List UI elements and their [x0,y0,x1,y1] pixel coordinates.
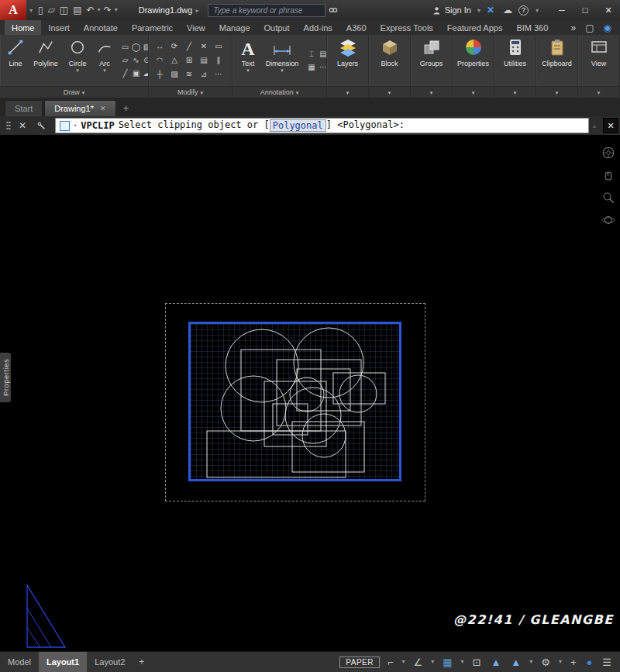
trim-tool-icon[interactable]: ╱ [182,40,196,53]
ribbon-button-text[interactable]: A Text ▾ [235,36,261,84]
ribbon-button-arc[interactable]: Arc ▾ [92,36,117,84]
copy-tool-icon[interactable]: ▭ [212,40,226,53]
erase-tool-icon[interactable]: ✕ [197,40,211,53]
layers-panel-footer[interactable]: ▾ [327,86,368,98]
draw-panel-footer[interactable]: Draw▾ [0,86,148,98]
more-modify-icon[interactable]: ⋯ [212,68,226,81]
annotation-scale-dropdown-icon[interactable]: ▾ [529,659,533,665]
point-tool-icon[interactable]: ⊙ [142,54,148,67]
annotation-autoscale-icon[interactable]: ▲ [508,657,523,667]
ribbon-tab-annotate[interactable]: Annotate [77,20,125,35]
dim-style-icon[interactable]: ⋯ [318,61,326,74]
layout-tab-layout1[interactable]: Layout1 [39,652,87,672]
annotation-panel-footer[interactable]: Annotation▾ [232,86,326,98]
command-line-grip[interactable] [6,121,11,130]
ribbon-tab-manage[interactable]: Manage [212,20,257,35]
undo-icon[interactable]: ↶ [84,5,97,15]
file-tab-start[interactable]: Start [5,100,43,116]
triangle-drawing[interactable] [27,585,65,647]
clipboard-panel-footer[interactable]: ▾ [536,86,577,98]
layout-tab-model[interactable]: Model [0,652,39,672]
viewport-circle[interactable] [226,329,298,402]
ribbon-tab-express-tools[interactable]: Express Tools [374,20,440,35]
command-suggestion-icon[interactable] [60,121,70,131]
object-snap-icon[interactable]: ▦ [440,657,454,667]
spline-tool-icon[interactable]: ∿ [131,54,141,67]
annotation-visibility-icon[interactable]: ▲ [488,657,503,667]
command-line-customize-icon[interactable] [34,121,49,131]
ribbon-button-polyline[interactable]: Polyline [29,36,63,84]
hatch-tool-icon[interactable]: ▨ [142,41,148,53]
table-icon[interactable]: ▤ [318,48,326,60]
properties-palette-tab[interactable]: Properties [0,353,11,402]
ribbon-button-properties[interactable]: Properties [455,36,491,84]
ribbon-button-circle[interactable]: Circle ▾ [63,36,92,84]
region-tool-icon[interactable]: ▣ [131,67,141,80]
app-menu-button[interactable]: A [0,0,26,20]
object-snap-tracking-icon[interactable]: ∠ [412,657,425,667]
lengthen-tool-icon[interactable]: ≋ [182,68,196,81]
sign-in-button[interactable]: Sign In ▾ [432,5,480,16]
ribbon-button-clipboard[interactable]: Clipboard [539,36,575,84]
pan-hand-icon[interactable] [600,167,617,184]
viewport-rectangle[interactable] [207,431,346,477]
navigation-wheel-icon[interactable] [600,144,617,161]
redo-dropdown-icon[interactable]: ▾ [114,7,119,13]
viewport-rectangle[interactable] [333,373,385,404]
ribbon-tab-a360[interactable]: A360 [339,20,374,35]
open-file-icon[interactable]: ▱ [46,5,57,15]
text-style-icon[interactable]: ▦ [306,61,317,74]
paper-space-toggle[interactable]: PAPER [339,656,380,668]
ribbon-display-icon[interactable]: ▢ [583,23,596,33]
command-input[interactable]: ▾ VPCLIP Select clipping object or [ Pol… [55,118,589,133]
ribbon-tab-output[interactable]: Output [257,20,297,35]
ribbon-tab-parametric[interactable]: Parametric [125,20,180,35]
save-icon[interactable]: ◫ [57,5,71,15]
isodraft-icon[interactable]: ⌐ [385,657,396,667]
ribbon-button-groups[interactable]: Groups [413,36,450,84]
ribbon-tab-featured-apps[interactable]: Featured Apps [440,20,510,35]
ribbon-tab-add-ins[interactable]: Add-ins [297,20,339,35]
title-dropdown-icon[interactable]: ▸ [195,7,198,14]
maximize-button[interactable]: □ [574,0,597,20]
object-snap-dropdown-icon[interactable]: ▾ [460,659,465,665]
fillet-tool-icon[interactable]: ◠ [153,54,167,67]
rectangle-tool-icon[interactable]: ▭ [120,41,130,53]
exchange-apps-icon[interactable]: ✕ [484,5,497,15]
block-panel-footer[interactable]: ▾ [369,86,410,98]
viewport-rectangle[interactable] [277,360,361,426]
properties-panel-footer[interactable]: ▾ [453,86,494,98]
ribbon-tab-home[interactable]: Home [5,20,41,35]
isolate-objects-icon[interactable]: ● [584,657,594,667]
isodraft-dropdown-icon[interactable]: ▾ [401,659,406,665]
scale-tool-icon[interactable]: ▨ [167,68,181,81]
viewport-circle[interactable] [302,414,346,457]
rotate-tool-icon[interactable]: ⟳ [167,40,181,53]
drawing-canvas[interactable]: Properties @22!41 / GLEANGBE [0,135,620,651]
ribbon-tab-view[interactable]: View [180,20,212,35]
ribbon-button-dimension[interactable]: Dimension ▾ [261,36,303,84]
polygon-tool-icon[interactable]: ▱ [120,54,130,67]
view-panel-footer[interactable]: ▾ [578,86,619,98]
ribbon-button-line[interactable]: Line [2,36,29,84]
signin-dropdown-icon[interactable]: ▾ [477,7,480,14]
zoom-icon[interactable] [600,189,617,206]
utilities-panel-footer[interactable]: ▾ [494,86,536,98]
plot-icon[interactable]: ▤ [71,5,84,15]
groups-panel-footer[interactable]: ▾ [411,86,452,98]
redo-icon[interactable]: ↷ [102,5,114,15]
app-menu-dropdown-icon[interactable]: ▾ [29,7,33,14]
ellipse-tool-icon[interactable]: ◯ [131,41,141,53]
command-line-close-icon[interactable]: ✕ [16,121,29,130]
command-dropdown-icon[interactable]: ▾ [74,123,77,129]
construction-line-icon[interactable]: ╱ [120,67,130,80]
stretch-tool-icon[interactable]: ▤ [197,54,211,67]
help-icon[interactable]: ? [518,5,529,16]
command-option-polygonal[interactable]: Polygonal [270,119,326,132]
command-history-scroll-icon[interactable]: ▲ [589,122,600,129]
ribbon-options-icon[interactable]: ◉ [601,23,614,33]
a360-cloud-icon[interactable]: ☁ [501,5,515,15]
orbit-icon[interactable] [600,212,617,229]
object-snap-tracking-dropdown-icon[interactable]: ▾ [430,659,435,665]
array-tool-icon[interactable]: ⊞ [182,54,196,67]
